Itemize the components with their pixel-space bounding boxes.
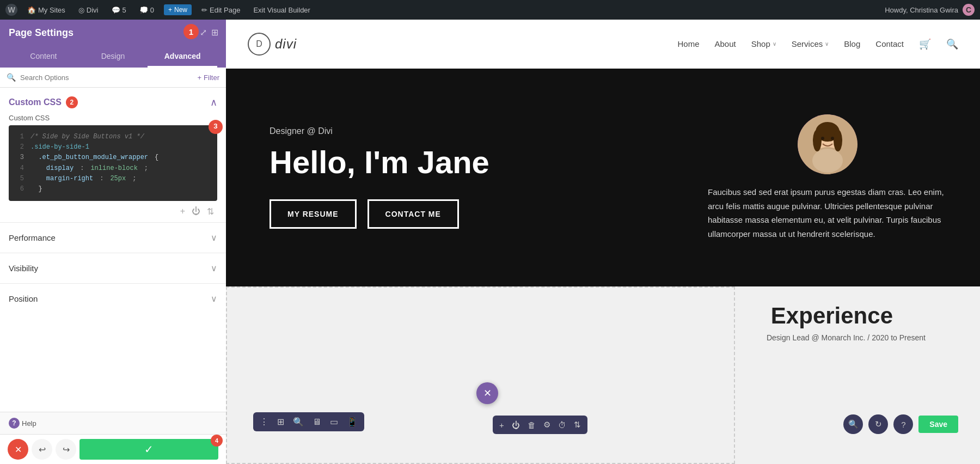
help-icon: ? — [9, 418, 20, 429]
save-button[interactable]: Save — [918, 416, 958, 433]
hero-left: Designer @ Divi Hello, I'm Jane MY RESUM… — [270, 126, 708, 229]
search-icon: 🔍 — [7, 73, 16, 82]
admin-bar: W 🏠 My Sites ◎ Divi 💬 5 💭 0 + New ✏ Edit… — [0, 0, 980, 20]
floating-toolbar: ⋮ ⊞ 🔍 🖥 ▭ 📱 — [253, 412, 364, 431]
nav-about[interactable]: About — [714, 39, 736, 48]
hero-avatar — [798, 114, 857, 174]
tab-content[interactable]: Content — [9, 46, 78, 68]
panel-tabs: Content Design Advanced — [9, 46, 217, 68]
bottom-section: Experience Design Lead @ Monarch Inc. / … — [226, 286, 980, 464]
site-nav-links: Home About Shop ∨ Services ∨ Blog Contac… — [677, 38, 958, 50]
close-float-button[interactable]: ✕ — [476, 382, 498, 404]
comment-count[interactable]: 💭 0 — [136, 4, 157, 16]
toolbar-search-icon[interactable]: 🔍 — [293, 417, 304, 427]
comments-menu[interactable]: 💬 5 — [108, 4, 130, 16]
nav-shop[interactable]: Shop ∨ — [751, 39, 776, 48]
nav-contact[interactable]: Contact — [875, 39, 904, 48]
exit-builder-link[interactable]: Exit Visual Builder — [250, 4, 314, 16]
badge-4: 4 — [211, 435, 223, 447]
search-input[interactable] — [20, 74, 193, 82]
hero-title: Hello, I'm Jane — [270, 145, 708, 180]
svg-point-3 — [812, 149, 843, 173]
code-line-3: 3 .et_pb_button_module_wrapper { — [15, 152, 211, 163]
admin-bar-right: Howdy, Christina Gwira C — [885, 4, 975, 16]
code-line-6: 6 } — [15, 184, 211, 194]
panel-header-icons: ⤢ ⊞ — [200, 27, 218, 38]
row-power-icon[interactable]: ⏻ — [512, 420, 520, 430]
redo-button[interactable]: ↪ — [56, 439, 76, 460]
row-sort-icon[interactable]: ⇅ — [574, 420, 581, 430]
panel-content: Custom CSS 2 ∧ Custom CSS 3 1 /* Side by… — [0, 88, 226, 412]
section-collapse[interactable]: ∧ — [210, 96, 217, 108]
shop-chevron-icon: ∨ — [773, 41, 776, 47]
visibility-section: Visibility ∨ — [0, 253, 226, 283]
hero-subtitle: Designer @ Divi — [270, 126, 708, 136]
grid-icon[interactable]: ⊞ — [211, 27, 218, 38]
help-button[interactable]: ? Help — [9, 418, 36, 429]
cancel-button[interactable]: ✕ — [8, 439, 28, 460]
wp-logo-icon[interactable]: W — [5, 4, 17, 16]
action-bar: ✕ ↩ ↪ ✓ 4 — [0, 434, 226, 464]
row-actions: + ⏻ 🗑 ⚙ ⏱ ⇅ — [493, 416, 587, 434]
toolbar-menu-icon[interactable]: ⋮ — [260, 417, 268, 427]
performance-chevron: ∨ — [211, 233, 217, 243]
expand-icon[interactable]: ⤢ — [200, 27, 207, 38]
position-header[interactable]: Position ∨ — [0, 284, 226, 314]
tab-advanced[interactable]: Advanced — [148, 46, 217, 68]
house-icon: 🏠 — [27, 6, 36, 14]
sort-css-icon[interactable]: ⇅ — [206, 205, 215, 218]
performance-section: Performance ∨ — [0, 222, 226, 253]
nav-blog[interactable]: Blog — [844, 39, 860, 48]
row-add-icon[interactable]: + — [499, 420, 504, 430]
performance-title: Performance — [9, 233, 56, 242]
visibility-chevron: ∨ — [211, 263, 217, 273]
undo-button[interactable]: ↩ — [32, 439, 52, 460]
help-preview-button[interactable]: ? — [893, 414, 913, 434]
filter-button[interactable]: + Filter — [198, 74, 219, 82]
code-line-1: 1 /* Side by Side Buttons v1 */ — [15, 132, 211, 142]
tab-design[interactable]: Design — [78, 46, 148, 68]
experience-block: Experience Design Lead @ Monarch Inc. / … — [767, 303, 926, 342]
svg-point-8 — [831, 137, 834, 140]
cart-icon[interactable]: 🛒 — [919, 38, 931, 50]
experience-title: Experience — [771, 303, 893, 329]
add-css-icon[interactable]: + — [179, 205, 186, 218]
panel-help-bar: ? Help — [0, 412, 226, 434]
performance-header[interactable]: Performance ∨ — [0, 223, 226, 253]
hero-section: Designer @ Divi Hello, I'm Jane MY RESUM… — [226, 69, 980, 286]
code-editor[interactable]: 3 1 /* Side by Side Buttons v1 */ 2 .sid… — [9, 125, 217, 201]
row-history-icon[interactable]: ⏱ — [558, 420, 566, 430]
toolbar-mobile-icon[interactable]: 📱 — [347, 417, 358, 427]
site-nav: D divi Home About Shop ∨ Services ∨ Blog… — [226, 20, 980, 69]
search-history-button[interactable]: 🔍 — [843, 414, 863, 434]
toolbar-grid-icon[interactable]: ⊞ — [277, 417, 284, 427]
svg-point-7 — [821, 137, 824, 140]
code-line-2: 2 .side-by-side-1 — [15, 142, 211, 152]
bottom-right-actions: 🔍 ↻ ? Save — [843, 414, 958, 434]
nav-home[interactable]: Home — [677, 39, 699, 48]
resume-button[interactable]: MY RESUME — [270, 199, 357, 229]
toolbar-desktop-icon[interactable]: 🖥 — [313, 417, 321, 427]
section-title-row: Custom CSS 2 ∧ — [9, 96, 217, 108]
section-title: Custom CSS 2 — [9, 96, 78, 108]
position-section: Position ∨ — [0, 283, 226, 314]
user-avatar[interactable]: C — [963, 4, 975, 16]
my-sites-menu[interactable]: 🏠 My Sites — [24, 4, 69, 16]
plus-icon: + — [168, 6, 172, 14]
section-border — [226, 286, 735, 464]
visibility-header[interactable]: Visibility ∨ — [0, 253, 226, 283]
refresh-button[interactable]: ↻ — [868, 414, 888, 434]
job-description: Design Lead @ Monarch Inc. / 2020 to Pre… — [767, 333, 926, 342]
divi-menu[interactable]: ◎ Divi — [75, 4, 102, 16]
new-button[interactable]: + New — [164, 4, 192, 15]
custom-css-section: Custom CSS 2 ∧ Custom CSS 3 1 /* Side by… — [0, 88, 226, 222]
nav-services[interactable]: Services ∨ — [792, 39, 829, 48]
edit-page-link[interactable]: ✏ Edit Page — [198, 4, 243, 16]
check-button[interactable]: ✓ 4 — [79, 439, 218, 460]
row-settings-icon[interactable]: ⚙ — [543, 420, 550, 430]
row-delete-icon[interactable]: 🗑 — [528, 420, 536, 430]
contact-button[interactable]: CONTACT ME — [367, 199, 459, 229]
nav-search-icon[interactable]: 🔍 — [946, 38, 958, 50]
toolbar-tablet-icon[interactable]: ▭ — [330, 417, 338, 427]
power-css-icon[interactable]: ⏻ — [191, 205, 201, 218]
